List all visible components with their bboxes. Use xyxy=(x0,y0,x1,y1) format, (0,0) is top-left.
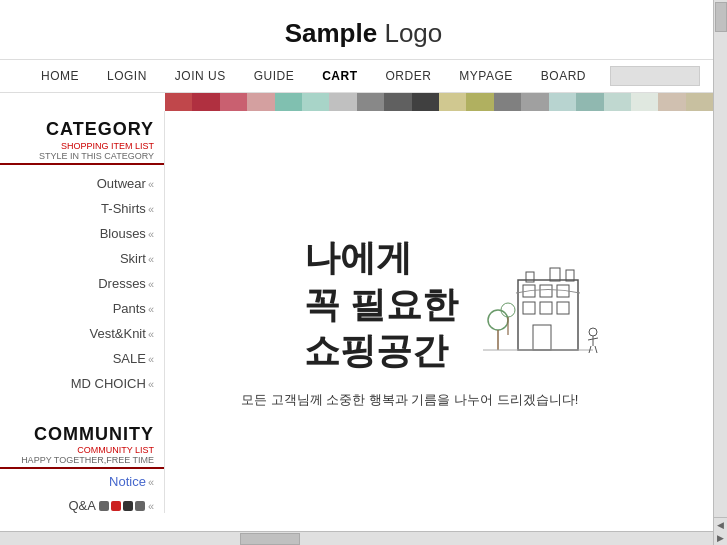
arrow-right[interactable]: ▶ xyxy=(717,533,724,543)
color-swatch xyxy=(275,93,302,111)
scrollbar-bottom-thumb[interactable] xyxy=(240,533,300,545)
nav-login[interactable]: LOGIN xyxy=(93,67,161,85)
svg-rect-6 xyxy=(557,302,569,314)
color-swatch xyxy=(604,93,631,111)
community-sub1: COMMUNITY LIST xyxy=(0,445,154,455)
community-sub2: HAPPY TOGETHER,FREE TIME xyxy=(0,455,154,465)
color-swatch xyxy=(412,93,439,111)
site-logo: Sample Logo xyxy=(285,18,443,48)
community-title: COMMUNITY xyxy=(34,424,154,444)
svg-point-13 xyxy=(501,303,515,317)
main-layout: CATEGORY SHOPPING ITEM LIST STYLE IN THI… xyxy=(0,111,727,513)
color-swatch xyxy=(384,93,411,111)
hero-illustration xyxy=(478,250,598,360)
sidebar-item-skirt[interactable]: Skirt xyxy=(0,246,164,271)
svg-rect-5 xyxy=(540,302,552,314)
color-swatch xyxy=(631,93,658,111)
scrollbar-right[interactable] xyxy=(713,0,727,545)
nav-joinus[interactable]: JOIN US xyxy=(161,67,240,85)
color-bar xyxy=(165,93,713,111)
color-swatch xyxy=(302,93,329,111)
sidebar: CATEGORY SHOPPING ITEM LIST STYLE IN THI… xyxy=(0,111,165,513)
nav-home[interactable]: HOME xyxy=(27,67,93,85)
category-header: CATEGORY SHOPPING ITEM LIST STYLE IN THI… xyxy=(0,111,164,165)
nav-order[interactable]: ORDER xyxy=(372,67,446,85)
hero-subtitle: 모든 고객님께 소중한 행복과 기름을 나누어 드리겠습니다! xyxy=(241,391,661,409)
color-swatch xyxy=(247,93,274,111)
sidebar-item-pants[interactable]: Pants xyxy=(0,296,164,321)
color-swatch xyxy=(658,93,685,111)
logo-area: Sample Logo xyxy=(0,0,727,59)
sidebar-item-outwear[interactable]: Outwear xyxy=(0,171,164,196)
svg-point-11 xyxy=(488,310,508,330)
arrow-left[interactable]: ◀ xyxy=(717,520,724,530)
color-swatch xyxy=(466,93,493,111)
nav-cart[interactable]: CART xyxy=(308,67,371,85)
sidebar-item-vestknit[interactable]: Vest&Knit xyxy=(0,321,164,346)
svg-rect-9 xyxy=(550,268,560,281)
category-sub1: SHOPPING ITEM LIST xyxy=(0,141,154,151)
sidebar-nav: Outwear T-Shirts Blouses Skirt Dresses P… xyxy=(0,165,164,402)
hero-line1: 나에게 xyxy=(304,235,458,282)
nav-board[interactable]: BOARD xyxy=(527,67,600,85)
color-swatch xyxy=(576,93,603,111)
color-swatch xyxy=(494,93,521,111)
dot1 xyxy=(99,501,109,511)
sidebar-item-sale[interactable]: SALE xyxy=(0,346,164,371)
bottom-nav-arrows[interactable]: ◀ ▶ xyxy=(713,517,727,545)
color-swatch xyxy=(165,93,192,111)
color-swatch xyxy=(549,93,576,111)
color-swatch xyxy=(192,93,219,111)
logo-normal: Logo xyxy=(377,18,442,48)
sidebar-item-tshirts[interactable]: T-Shirts xyxy=(0,196,164,221)
color-swatch xyxy=(357,93,384,111)
scrollbar-bottom[interactable] xyxy=(0,531,713,545)
nav-guide[interactable]: GUIDE xyxy=(240,67,309,85)
community-header: COMMUNITY COMMUNITY LIST HAPPY TOGETHER,… xyxy=(0,410,164,469)
sidebar-item-mdchoich[interactable]: MD CHOICH xyxy=(0,371,164,396)
svg-rect-2 xyxy=(540,285,552,297)
color-swatch xyxy=(686,93,713,111)
svg-rect-7 xyxy=(533,325,551,350)
svg-rect-4 xyxy=(523,302,535,314)
logo-bold: Sample xyxy=(285,18,378,48)
svg-line-20 xyxy=(595,346,597,353)
sidebar-community: Notice Q&A xyxy=(0,469,164,513)
category-sub2: STYLE IN THIS CATEGORY xyxy=(0,151,154,161)
sidebar-item-dresses[interactable]: Dresses xyxy=(0,271,164,296)
nav-mypage[interactable]: MYPAGE xyxy=(445,67,526,85)
dot2 xyxy=(111,501,121,511)
hero-line3: 쇼핑공간 xyxy=(304,328,458,375)
svg-point-16 xyxy=(589,328,597,336)
dot4 xyxy=(135,501,145,511)
sidebar-item-blouses[interactable]: Blouses xyxy=(0,221,164,246)
dot3 xyxy=(123,501,133,511)
main-content: 나에게 꼭 필요한 쇼핑공간 xyxy=(165,111,727,513)
sidebar-item-qna[interactable]: Q&A xyxy=(0,494,164,513)
scrollbar-thumb[interactable] xyxy=(715,2,727,32)
color-swatch xyxy=(329,93,356,111)
hero-korean-text: 나에게 꼭 필요한 쇼핑공간 xyxy=(304,235,458,375)
color-swatch xyxy=(439,93,466,111)
nav-search-box[interactable] xyxy=(610,66,700,86)
category-title: CATEGORY xyxy=(46,119,154,139)
color-swatch xyxy=(521,93,548,111)
main-nav: HOME LOGIN JOIN US GUIDE CART ORDER MYPA… xyxy=(0,59,727,93)
hero-area: 나에게 꼭 필요한 쇼핑공간 xyxy=(304,235,598,375)
color-swatch xyxy=(220,93,247,111)
sidebar-item-notice[interactable]: Notice xyxy=(0,469,164,494)
hero-line2: 꼭 필요한 xyxy=(304,282,458,329)
